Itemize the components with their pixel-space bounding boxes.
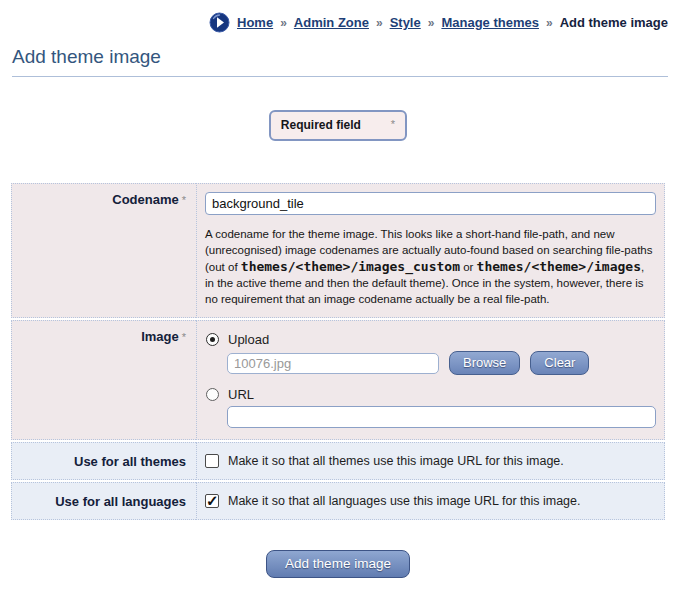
upload-file-input[interactable] xyxy=(227,353,439,374)
codename-description: A codename for the theme image. This loo… xyxy=(205,227,656,307)
path-images: themes/<theme>/images xyxy=(477,259,641,274)
submit-area: Add theme image xyxy=(0,550,676,578)
breadcrumb-current: Add theme image xyxy=(560,15,668,30)
all-languages-label: Use for all languages xyxy=(11,482,196,520)
all-languages-label-text: Use for all languages xyxy=(55,494,186,509)
codename-required-asterisk: * xyxy=(182,194,186,206)
breadcrumb-link-manage-themes[interactable]: Manage themes xyxy=(441,15,539,30)
all-languages-content: Make it so that all languages use this i… xyxy=(196,482,665,520)
url-radio-label[interactable]: URL xyxy=(228,387,254,402)
upload-radio-label[interactable]: Upload xyxy=(228,332,269,347)
codename-content: A codename for the theme image. This loo… xyxy=(196,183,665,318)
required-asterisk: * xyxy=(391,118,395,130)
codename-label: Codename* xyxy=(11,183,196,318)
image-content: Upload Browse Clear URL xyxy=(196,320,665,440)
image-label: Image* xyxy=(11,320,196,440)
image-label-text: Image xyxy=(141,329,179,344)
all-themes-content: Make it so that all themes use this imag… xyxy=(196,442,665,480)
add-theme-image-button[interactable]: Add theme image xyxy=(266,550,410,578)
required-field-legend: Required field * xyxy=(269,110,407,141)
image-row: Image* Upload Browse Clear URL xyxy=(11,320,665,440)
codename-input[interactable] xyxy=(205,192,656,215)
breadcrumb-link-style[interactable]: Style xyxy=(390,15,421,30)
all-themes-label: Use for all themes xyxy=(11,442,196,480)
image-required-asterisk: * xyxy=(182,331,186,343)
breadcrumb-separator: » xyxy=(376,16,383,30)
all-languages-checkbox-label[interactable]: Make it so that all languages use this i… xyxy=(228,494,581,508)
breadcrumb: Home » Admin Zone » Style » Manage theme… xyxy=(0,0,676,33)
required-field-label: Required field xyxy=(281,118,361,132)
all-languages-checkbox[interactable] xyxy=(205,494,219,508)
url-input[interactable] xyxy=(227,406,656,428)
all-languages-row: Use for all languages Make it so that al… xyxy=(11,482,665,520)
browse-button[interactable]: Browse xyxy=(449,351,520,375)
breadcrumb-link-admin-zone[interactable]: Admin Zone xyxy=(294,15,369,30)
add-theme-image-form: Codename* A codename for the theme image… xyxy=(11,183,665,520)
page-title: Add theme image xyxy=(12,46,668,77)
codename-label-text: Codename xyxy=(112,192,178,207)
all-themes-row: Use for all themes Make it so that all t… xyxy=(11,442,665,480)
breadcrumb-arrow-icon xyxy=(209,12,230,33)
clear-button[interactable]: Clear xyxy=(530,351,589,375)
breadcrumb-link-home[interactable]: Home xyxy=(237,15,273,30)
all-themes-checkbox[interactable] xyxy=(205,454,219,468)
upload-radio[interactable] xyxy=(206,333,219,346)
path-images-custom: themes/<theme>/images_custom xyxy=(241,259,460,274)
breadcrumb-separator: » xyxy=(546,16,553,30)
breadcrumb-separator: » xyxy=(428,16,435,30)
breadcrumb-separator: » xyxy=(280,16,287,30)
codename-description-text: or xyxy=(460,261,477,273)
all-themes-checkbox-label[interactable]: Make it so that all themes use this imag… xyxy=(228,454,564,468)
codename-row: Codename* A codename for the theme image… xyxy=(11,183,665,318)
all-themes-label-text: Use for all themes xyxy=(74,454,186,469)
url-radio[interactable] xyxy=(206,388,219,401)
